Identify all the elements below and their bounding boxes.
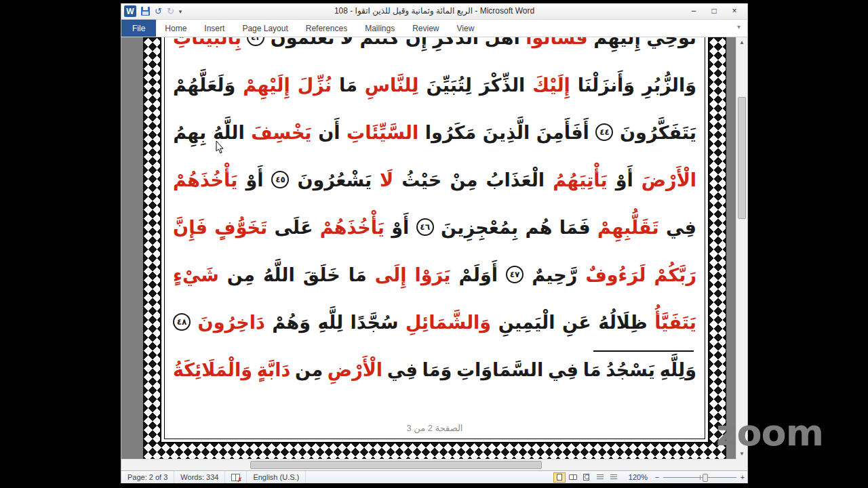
zoom-slider-thumb[interactable]: [703, 474, 708, 482]
redo-icon[interactable]: ↻: [167, 7, 174, 16]
save-icon[interactable]: [141, 7, 150, 16]
quran-word: كُنتُمْ: [359, 37, 399, 48]
quran-word: إِلَيْكَ: [532, 75, 570, 96]
quran-word: لِلنَّاسِ: [365, 75, 419, 96]
quran-word: رَّحِيمٌ: [532, 264, 577, 285]
word-count-status[interactable]: Words: 334: [174, 471, 225, 483]
quran-word: يَتَفَكَّرُونَ: [620, 122, 696, 143]
undo-icon[interactable]: ↺: [155, 7, 162, 16]
quick-access-toolbar: W ↺ ↻ ▾: [124, 5, 182, 17]
view-shortcuts: [553, 472, 620, 483]
zoom-percentage[interactable]: 120%: [624, 473, 652, 481]
quran-word: لَرَءُوفٌ: [585, 264, 646, 285]
quran-word: أَفَأَمِنَ: [536, 122, 589, 143]
window-title: الربع المائة وثمانية وقيل للذين اتقوا - …: [243, 3, 625, 19]
proofing-status[interactable]: ✗: [225, 471, 247, 483]
quran-word: لِلَّهِ: [318, 312, 344, 333]
page-border-bottom-ornament: [143, 443, 726, 460]
vertical-scrollbar[interactable]: ▲ ▼: [736, 37, 747, 459]
tab-review[interactable]: Review: [403, 20, 448, 37]
quran-word: يَتَفَيَّأُ: [654, 312, 696, 333]
scroll-up-icon[interactable]: ▲: [736, 37, 747, 47]
quran-word: يَأْخُذَهُمْ: [173, 169, 237, 190]
ayah-marker: ٤٤: [595, 123, 613, 141]
quran-word: الذِّكْرِ: [433, 37, 479, 48]
tab-page-layout[interactable]: Page Layout: [233, 20, 296, 37]
quran-word: اللَّهُ: [263, 264, 295, 285]
quran-word: عَنِ: [562, 312, 591, 333]
print-layout-view-icon[interactable]: [553, 472, 566, 483]
quran-word: فِي: [548, 359, 578, 380]
quran-word: اللَّهُ: [213, 122, 245, 143]
ayah-marker: ٤٧: [506, 266, 524, 283]
quran-word: السَّيِّئَاتِ: [347, 122, 418, 143]
ayah-marker: ٤٥: [271, 171, 289, 188]
quran-word: وَهُمْ: [272, 312, 311, 333]
quran-word: أَن: [318, 122, 340, 143]
quran-word: أَوْ: [391, 217, 409, 238]
chevron-down-icon[interactable]: ▾: [737, 23, 741, 30]
horizontal-scrollbar[interactable]: [121, 459, 736, 470]
vertical-scrollbar-thumb[interactable]: [738, 97, 746, 219]
customize-qat-caret-icon[interactable]: ▾: [179, 8, 182, 15]
quran-word: مَا: [349, 264, 367, 285]
tab-file[interactable]: File: [121, 20, 156, 37]
outline-view-icon[interactable]: [594, 472, 606, 483]
quran-word: تَعْلَمُونَ: [271, 37, 334, 48]
word-window: W ↺ ↻ ▾ الربع المائة وثمانية وقيل للذين …: [121, 3, 748, 483]
web-layout-view-icon[interactable]: [580, 472, 593, 483]
quran-word: الْأَرْضِ: [328, 359, 382, 380]
ribbon-tabs: File Home Insert Page Layout References …: [121, 20, 747, 37]
quran-word: الْيَمِينِ: [498, 312, 555, 333]
quran-word: فَإِنَّ: [173, 217, 208, 238]
zoom-in-icon[interactable]: +: [738, 473, 747, 481]
minimize-button[interactable]: –: [684, 4, 704, 18]
quran-word: إِلَيْهِمْ: [593, 37, 640, 48]
quran-word: مِنْ: [450, 169, 477, 190]
full-screen-reading-view-icon[interactable]: [567, 472, 579, 483]
quran-line: فِيتَقَلُّبِهِمْفَمَاهُمبِمُعْجِزِينَ٤٦أ…: [173, 203, 696, 251]
quran-word: فِي: [666, 217, 696, 238]
quran-word: يَسْجُدُ: [606, 359, 655, 380]
quran-word: مَا: [339, 75, 357, 96]
title-bar: W ↺ ↻ ▾ الربع المائة وثمانية وقيل للذين …: [121, 3, 747, 20]
quran-word: تَقَلُّبِهِمْ: [597, 217, 659, 238]
quran-word: وَمَا: [422, 359, 452, 380]
tab-view[interactable]: View: [448, 20, 484, 37]
word-app-icon[interactable]: W: [124, 5, 136, 17]
quran-word: لِتُبَيِّنَ: [426, 75, 472, 96]
quran-line: نُوحِيإِلَيْهِمْفَسْأَلُواأَهْلَالذِّكْر…: [173, 37, 696, 61]
quran-line: الْأَرْضَأَوْيَأْتِيَهُمُالْعَذَابُمِنْح…: [173, 156, 696, 203]
quran-word: إِلَيْهِمْ: [243, 75, 290, 96]
ayah-marker: ٤٣: [247, 37, 264, 46]
maximize-button[interactable]: □: [704, 4, 724, 18]
page-count-status[interactable]: Page: 2 of 3: [121, 471, 174, 483]
tab-references[interactable]: References: [297, 20, 356, 37]
draft-view-icon[interactable]: [608, 472, 620, 483]
quran-word: وَلَعَلَّهُمْ: [173, 75, 235, 96]
quran-line: وَالزُّبُرِوَأَنزَلْنَاإِلَيْكَالذِّكْرَ…: [173, 61, 696, 108]
quran-word: تَخَوُّفٍ: [214, 217, 267, 238]
tab-insert[interactable]: Insert: [195, 20, 233, 37]
zoom-slider[interactable]: [663, 472, 736, 483]
quran-word: أَوْ: [616, 169, 633, 190]
language-status[interactable]: English (U.S.): [247, 471, 306, 483]
horizontal-scrollbar-thumb[interactable]: [250, 461, 542, 469]
quran-word: رَبَّكُمْ: [654, 264, 696, 285]
ayah-marker: ٤٨: [173, 313, 191, 331]
quran-word: مَا: [583, 359, 601, 380]
quran-word: وَالْمَلَائِكَةُ: [173, 359, 252, 380]
proofing-book-icon: ✗: [231, 474, 240, 481]
quran-word: يَأْخُذَهُمْ: [320, 217, 384, 238]
document-canvas: نُوحِيإِلَيْهِمْفَسْأَلُواأَهْلَالذِّكْر…: [121, 37, 747, 470]
quran-line: وَلِلَّهِيَسْجُدُمَافِيالسَّمَاوَاتِوَمَ…: [173, 346, 696, 393]
tab-mailings[interactable]: Mailings: [356, 20, 403, 37]
quran-word: فِي: [387, 359, 418, 380]
tab-home[interactable]: Home: [156, 20, 195, 37]
quran-word: وَأَنزَلْنَا: [578, 75, 635, 96]
quran-word: نُزِّلَ: [298, 75, 332, 96]
zoom-out-icon[interactable]: −: [652, 473, 662, 481]
close-button[interactable]: ×: [724, 4, 745, 18]
mushaf-page[interactable]: نُوحِيإِلَيْهِمْفَسْأَلُواأَهْلَالذِّكْر…: [143, 37, 726, 460]
status-bar: Page: 2 of 3 Words: 334 ✗ English (U.S.)…: [121, 470, 747, 483]
